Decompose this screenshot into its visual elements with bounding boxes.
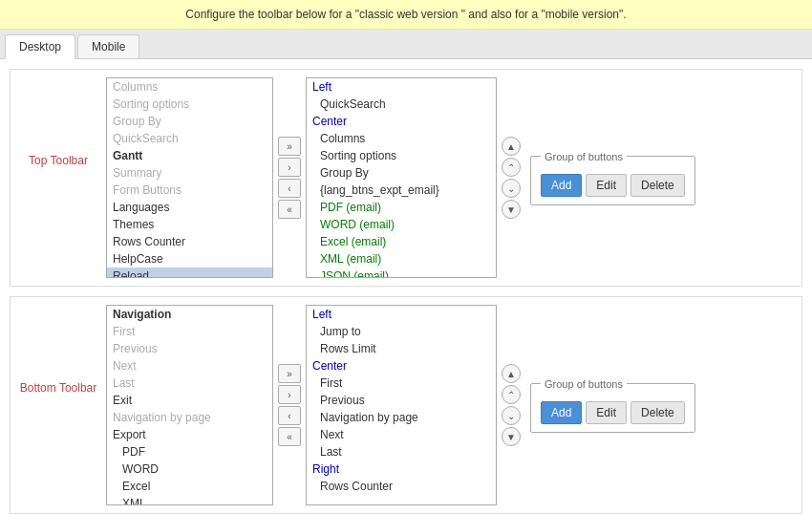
move-left-btn[interactable]: ‹ (278, 406, 301, 425)
move-right-btn[interactable]: › (278, 385, 301, 404)
move-all-right-btn[interactable]: » (278, 137, 301, 156)
up-btn[interactable]: ▲ (502, 137, 521, 156)
list-item[interactable]: Form Buttons (107, 182, 272, 199)
bottom-toolbar-section: Bottom Toolbar Navigation First Previous… (10, 296, 802, 514)
tab-desktop[interactable]: Desktop (5, 34, 75, 59)
up-btn[interactable]: ▲ (502, 364, 521, 383)
list-item[interactable]: Next (107, 357, 272, 375)
list-item[interactable]: Exit (107, 392, 272, 409)
right-list-item[interactable]: Rows Limit (307, 340, 496, 357)
main-content: Top Toolbar Columns Sorting options Grou… (0, 59, 812, 514)
bottom-toolbar-right-list[interactable]: Left Jump to Rows Limit Center First Pre… (306, 305, 497, 505)
right-list-item[interactable]: Excel (email) (307, 233, 496, 250)
right-list-item[interactable]: Jump to (307, 323, 496, 340)
bottom-toolbar-arrows: » › ‹ « (273, 305, 306, 505)
list-item[interactable]: Themes (107, 216, 272, 233)
right-list-category: Center (307, 113, 496, 130)
list-item[interactable]: Group By (107, 113, 272, 130)
top-toolbar-arrows: » › ‹ « (273, 77, 306, 278)
list-item[interactable]: Excel (107, 478, 272, 495)
right-list-item[interactable]: WORD (email) (307, 216, 496, 233)
top-toolbar-right-arrows: ▲ ⌃ ⌄ ▼ (497, 77, 525, 278)
up-slow-btn[interactable]: ⌃ (502, 385, 521, 404)
group-box-legend: Group of buttons (541, 378, 627, 390)
right-list-category: Center (307, 357, 496, 375)
top-notice: Configure the toolbar below for a "class… (0, 0, 812, 30)
delete-button[interactable]: Delete (630, 174, 685, 197)
right-list-item[interactable]: Group By (307, 164, 496, 182)
list-item[interactable]: Summary (107, 164, 272, 182)
right-list-item[interactable]: Sorting options (307, 147, 496, 164)
list-item[interactable]: First (107, 323, 272, 340)
list-item[interactable]: Gantt (107, 147, 272, 164)
move-all-right-btn[interactable]: » (278, 364, 301, 383)
group-buttons: Add Edit Delete (541, 174, 685, 197)
list-item[interactable]: Rows Counter (107, 233, 272, 250)
list-item[interactable]: WORD (107, 460, 272, 478)
top-toolbar-group-box: Group of buttons Add Edit Delete (530, 151, 695, 205)
bottom-toolbar-left-list[interactable]: Navigation First Previous Next Last Exit… (106, 305, 273, 505)
right-list-category: Left (307, 78, 496, 96)
right-list-item[interactable]: Last (307, 443, 496, 460)
top-toolbar-left-list[interactable]: Columns Sorting options Group By QuickSe… (106, 77, 273, 278)
list-item[interactable]: HelpCase (107, 250, 272, 268)
move-all-left-btn[interactable]: « (278, 200, 301, 219)
down-btn[interactable]: ▼ (502, 200, 521, 219)
list-item-previous[interactable]: Previous (107, 340, 272, 357)
top-toolbar-label: Top Toolbar (11, 77, 106, 167)
right-list-category: Left (307, 306, 496, 323)
right-list-item[interactable]: First (307, 375, 496, 392)
list-item[interactable]: Navigation (107, 306, 272, 323)
right-list-item[interactable]: Rows Counter (307, 478, 496, 495)
right-list-item[interactable]: Navigation by page (307, 409, 496, 426)
down-slow-btn[interactable]: ⌄ (502, 406, 521, 425)
right-list-item[interactable]: Previous (307, 392, 496, 409)
top-toolbar-right-list[interactable]: Left QuickSearch Center Columns Sorting … (306, 77, 497, 278)
bottom-toolbar-group-box: Group of buttons Add Edit Delete (530, 378, 695, 433)
list-item[interactable]: PDF (107, 443, 272, 460)
add-button[interactable]: Add (541, 401, 582, 424)
right-list-category: Right (307, 460, 496, 478)
list-item[interactable]: Languages (107, 199, 272, 216)
list-item[interactable]: Navigation by page (107, 409, 272, 426)
move-left-btn[interactable]: ‹ (278, 179, 301, 198)
notice-text: Configure the toolbar below for a "class… (185, 8, 626, 21)
right-list-item[interactable]: PDF (email) (307, 199, 496, 216)
group-box-legend: Group of buttons (541, 151, 627, 162)
list-item-reload[interactable]: Reload (107, 268, 272, 278)
right-list-item[interactable]: Columns (307, 130, 496, 147)
right-list-item[interactable]: JSON (email) (307, 268, 496, 278)
right-list-item[interactable]: Next (307, 426, 496, 443)
group-buttons: Add Edit Delete (541, 401, 685, 424)
down-btn[interactable]: ▼ (502, 427, 521, 446)
add-button[interactable]: Add (541, 174, 582, 197)
move-right-btn[interactable]: › (278, 158, 301, 177)
edit-button[interactable]: Edit (586, 174, 627, 197)
tab-mobile[interactable]: Mobile (77, 34, 139, 58)
list-item[interactable]: Columns (107, 78, 272, 96)
bottom-toolbar-right-arrows: ▲ ⌃ ⌄ ▼ (497, 305, 525, 505)
list-item[interactable]: Sorting options (107, 96, 272, 113)
right-list-item[interactable]: QuickSearch (307, 96, 496, 113)
right-list-item[interactable]: XML (email) (307, 250, 496, 268)
down-slow-btn[interactable]: ⌄ (502, 179, 521, 198)
list-item[interactable]: QuickSearch (107, 130, 272, 147)
edit-button[interactable]: Edit (586, 401, 627, 424)
tabs-bar: Desktop Mobile (0, 30, 812, 59)
move-all-left-btn[interactable]: « (278, 427, 301, 446)
delete-button[interactable]: Delete (630, 401, 685, 424)
list-item[interactable]: XML (107, 495, 272, 505)
top-toolbar-section: Top Toolbar Columns Sorting options Grou… (10, 69, 802, 287)
bottom-toolbar-label: Bottom Toolbar (11, 305, 106, 395)
right-list-item-lang[interactable]: {lang_btns_expt_email} (307, 182, 496, 199)
list-item[interactable]: Last (107, 375, 272, 392)
up-slow-btn[interactable]: ⌃ (502, 158, 521, 177)
list-item[interactable]: Export (107, 426, 272, 443)
